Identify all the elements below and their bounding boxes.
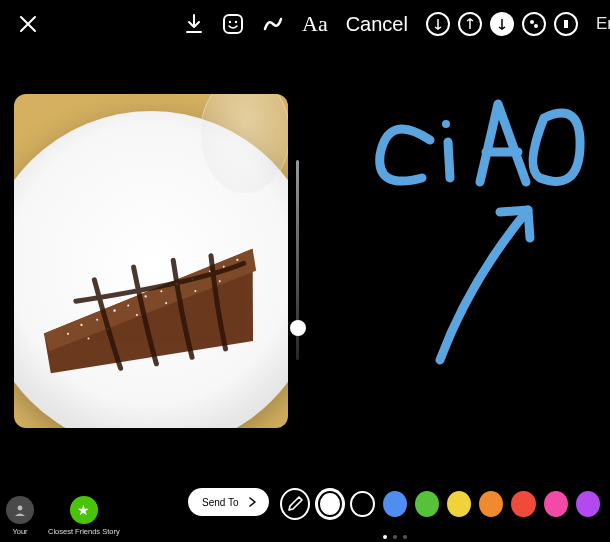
color-swatch-purple[interactable] bbox=[576, 491, 600, 517]
your-story-chip[interactable]: Your bbox=[6, 496, 34, 536]
svg-point-2 bbox=[235, 21, 237, 23]
close-friends-chip[interactable]: ★ Closest Friends Story bbox=[48, 496, 120, 536]
svg-rect-0 bbox=[224, 15, 242, 33]
color-swatch-pink[interactable] bbox=[544, 491, 568, 517]
pen-style-2[interactable] bbox=[458, 12, 482, 36]
pager-dot-2 bbox=[393, 535, 397, 539]
text-tool-button[interactable]: Aa bbox=[302, 11, 328, 37]
story-destination-group: Your ★ Closest Friends Story bbox=[6, 496, 120, 536]
send-to-label: Send To bbox=[202, 497, 239, 508]
eyedropper-tool[interactable] bbox=[280, 488, 310, 520]
color-swatch-blue[interactable] bbox=[383, 491, 407, 517]
color-swatch-yellow[interactable] bbox=[447, 491, 471, 517]
sticker-icon[interactable] bbox=[222, 13, 244, 35]
color-swatch-red[interactable] bbox=[511, 491, 535, 517]
palette-pager bbox=[383, 535, 407, 539]
draw-icon[interactable] bbox=[262, 13, 284, 35]
pen-style-4[interactable] bbox=[522, 12, 546, 36]
svg-point-27 bbox=[18, 506, 23, 511]
color-swatch-white[interactable] bbox=[318, 491, 342, 517]
color-swatch-orange[interactable] bbox=[479, 491, 503, 517]
pen-style-3-selected[interactable] bbox=[490, 12, 514, 36]
story-photo[interactable] bbox=[14, 94, 288, 428]
editor-toolbar: Aa Cancel End bbox=[0, 0, 610, 48]
pen-style-group bbox=[426, 12, 578, 36]
profile-circle-icon bbox=[6, 496, 34, 524]
toolbar-overflow-text[interactable]: End bbox=[596, 14, 610, 34]
star-icon: ★ bbox=[70, 496, 98, 524]
svg-point-3 bbox=[530, 20, 534, 24]
svg-point-26 bbox=[442, 120, 450, 128]
color-swatch-green[interactable] bbox=[415, 491, 439, 517]
color-palette-row bbox=[280, 488, 600, 520]
color-swatch-black[interactable] bbox=[350, 491, 374, 517]
handwriting-annotation bbox=[330, 70, 610, 370]
pen-style-1[interactable] bbox=[426, 12, 450, 36]
pager-dot-3 bbox=[403, 535, 407, 539]
chevron-right-icon bbox=[245, 495, 259, 509]
svg-rect-5 bbox=[564, 20, 568, 28]
download-icon[interactable] bbox=[184, 13, 204, 35]
brush-size-slider-handle[interactable] bbox=[290, 320, 306, 336]
svg-point-4 bbox=[534, 24, 538, 28]
send-to-button[interactable]: Send To bbox=[188, 488, 269, 516]
close-icon[interactable] bbox=[18, 14, 38, 34]
your-story-label: Your bbox=[12, 527, 27, 536]
pager-dot-1 bbox=[383, 535, 387, 539]
close-friends-label: Closest Friends Story bbox=[48, 527, 120, 536]
svg-point-1 bbox=[229, 21, 231, 23]
cake-illustration bbox=[30, 208, 271, 394]
cancel-button[interactable]: Cancel bbox=[346, 13, 408, 36]
pen-style-5[interactable] bbox=[554, 12, 578, 36]
